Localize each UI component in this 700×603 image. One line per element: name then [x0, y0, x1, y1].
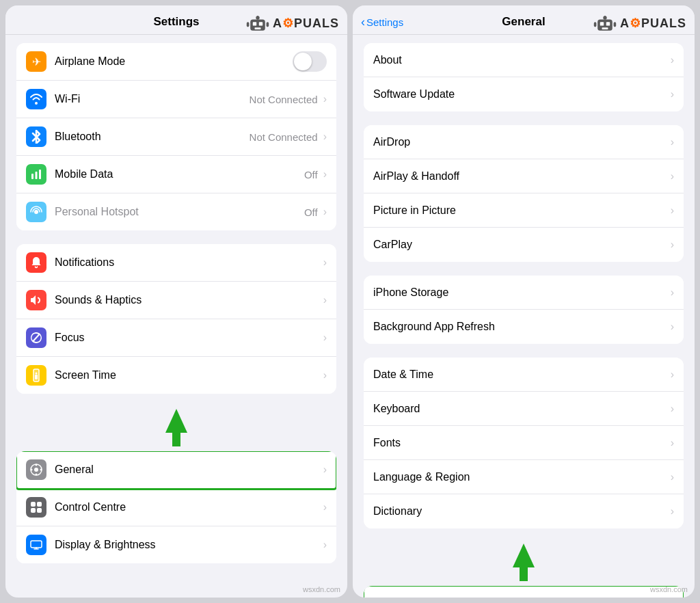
left-panel: Settings A⚙PUALS ✈ Airplane Mode [5, 5, 347, 598]
left-header-title: Settings [153, 15, 199, 29]
focus-icon [26, 327, 46, 348]
date-time-row[interactable]: Date & Time › [364, 358, 684, 392]
svg-rect-26 [31, 508, 36, 513]
screen-time-content: Screen Time › [55, 369, 327, 381]
wifi-icon [26, 89, 46, 109]
airdrop-group: AirDrop › AirPlay & Handoff › Picture in… [364, 125, 684, 262]
screen-time-row[interactable]: Screen Time › [16, 357, 336, 394]
svg-rect-8 [31, 174, 33, 179]
vpn-row[interactable]: VPN & Device Management › [364, 586, 684, 598]
back-label: Settings [366, 16, 403, 28]
svg-rect-31 [606, 22, 610, 25]
airplay-handoff-row[interactable]: AirPlay & Handoff › [364, 159, 684, 193]
airplane-icon: ✈ [26, 51, 46, 72]
focus-row[interactable]: Focus › [16, 319, 336, 357]
about-content: About › [373, 54, 674, 66]
bluetooth-row[interactable]: Bluetooth Not Connected › [16, 118, 336, 156]
left-scroll[interactable]: ✈ Airplane Mode Wi-Fi Not Connected [5, 35, 347, 598]
appuals-text-left: A⚙PUALS [273, 16, 339, 31]
focus-content: Focus › [55, 332, 327, 344]
connectivity-group: ✈ Airplane Mode Wi-Fi Not Connected [16, 43, 336, 230]
software-update-label: Software Update [373, 88, 455, 100]
about-group: About › Software Update › [364, 43, 684, 111]
fonts-content: Fonts › [373, 437, 674, 449]
bg-refresh-chevron: › [671, 321, 674, 333]
keyboard-chevron: › [671, 403, 674, 415]
right-header: ‹ Settings General A⚙PUALS [353, 5, 695, 35]
datetime-group: Date & Time › Keyboard › Fonts › Languag… [364, 358, 684, 528]
svg-rect-30 [600, 22, 604, 25]
mobile-data-chevron: › [323, 168, 327, 180]
wifi-label: Wi-Fi [55, 93, 80, 105]
control-centre-icon [26, 497, 46, 518]
sounds-label: Sounds & Haptics [55, 294, 142, 306]
svg-rect-36 [614, 22, 617, 27]
airplane-mode-label: Airplane Mode [55, 55, 125, 68]
bg-refresh-row[interactable]: Background App Refresh › [364, 310, 684, 344]
language-region-label: Language & Region [373, 471, 470, 483]
general-label: General [55, 464, 94, 476]
svg-rect-25 [37, 502, 42, 507]
keyboard-row[interactable]: Keyboard › [364, 392, 684, 426]
dictionary-content: Dictionary › [373, 505, 674, 518]
airplane-mode-content: Airplane Mode [55, 51, 327, 72]
software-update-row[interactable]: Software Update › [364, 77, 684, 111]
right-scroll[interactable]: About › Software Update › AirDrop › [353, 35, 695, 598]
bluetooth-value: Not Connected [250, 131, 318, 143]
language-region-row[interactable]: Language & Region › [364, 460, 684, 494]
fonts-label: Fonts [373, 437, 401, 449]
control-centre-content: Control Centre › [55, 501, 327, 513]
notifications-chevron: › [323, 256, 327, 269]
dictionary-row[interactable]: Dictionary › [364, 494, 684, 528]
vpn-chevron: › [671, 597, 674, 598]
svg-point-23 [40, 469, 42, 471]
notifications-row[interactable]: Notifications › [16, 244, 336, 282]
bluetooth-icon [26, 126, 46, 147]
fonts-row[interactable]: Fonts › [364, 426, 684, 460]
screen-time-label: Screen Time [55, 369, 116, 381]
svg-rect-1 [253, 22, 256, 25]
sounds-content: Sounds & Haptics › [55, 294, 327, 306]
keyboard-content: Keyboard › [373, 403, 674, 415]
pip-row[interactable]: Picture in Picture › [364, 193, 684, 228]
airplay-handoff-chevron: › [671, 170, 674, 183]
wifi-row[interactable]: Wi-Fi Not Connected › [16, 81, 336, 118]
display-row[interactable]: Display & Brightness › [16, 526, 336, 563]
hotspot-row[interactable]: Personal Hotspot Off › [16, 193, 336, 230]
date-time-chevron: › [671, 368, 674, 381]
airplane-mode-row[interactable]: ✈ Airplane Mode [16, 43, 336, 81]
wifi-value: Not Connected [250, 94, 318, 105]
airdrop-chevron: › [671, 136, 674, 148]
storage-group: iPhone Storage › Background App Refresh … [364, 276, 684, 344]
svg-point-21 [36, 474, 38, 476]
svg-rect-6 [247, 22, 250, 27]
display-label: Display & Brightness [55, 539, 156, 551]
general-row[interactable]: General › [16, 451, 336, 489]
control-centre-row[interactable]: Control Centre › [16, 489, 336, 526]
language-region-content: Language & Region › [373, 471, 674, 483]
airplay-handoff-content: AirPlay & Handoff › [373, 170, 674, 183]
airplane-mode-toggle[interactable] [293, 51, 327, 72]
airplay-handoff-label: AirPlay & Handoff [373, 170, 459, 183]
dictionary-label: Dictionary [373, 505, 422, 518]
about-row[interactable]: About › [364, 43, 684, 77]
sounds-icon [26, 290, 46, 310]
general-chevron: › [323, 464, 327, 476]
mobile-data-icon [26, 164, 46, 185]
toggle-knob [294, 53, 312, 70]
carplay-row[interactable]: CarPlay › [364, 228, 684, 262]
about-chevron: › [671, 54, 674, 66]
control-centre-label: Control Centre [55, 501, 126, 513]
mobile-data-row[interactable]: Mobile Data Off › [16, 156, 336, 193]
dictionary-chevron: › [671, 505, 674, 518]
back-button[interactable]: ‹ Settings [361, 16, 403, 28]
sounds-row[interactable]: Sounds & Haptics › [16, 282, 336, 319]
hotspot-content: Personal Hotspot Off › [55, 206, 327, 218]
screen-time-chevron: › [323, 369, 327, 381]
green-arrow-right [503, 537, 544, 585]
airdrop-row[interactable]: AirDrop › [364, 125, 684, 159]
mobile-data-value: Off [304, 169, 318, 180]
appuals-logo-left: A⚙PUALS [245, 11, 339, 36]
iphone-storage-row[interactable]: iPhone Storage › [364, 276, 684, 310]
language-region-chevron: › [671, 471, 674, 483]
